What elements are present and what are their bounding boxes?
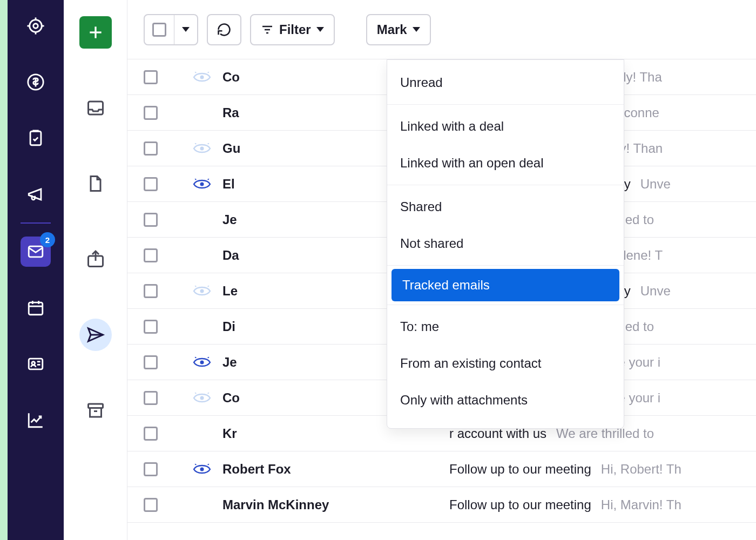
filter-dropdown: UnreadLinked with a dealLinked with an o… — [387, 59, 624, 429]
select-all-dropdown[interactable] — [174, 15, 197, 44]
svg-line-51 — [208, 393, 209, 394]
refresh-icon — [217, 22, 232, 37]
email-preview: Unve — [640, 177, 671, 192]
sender-name: Marvin McKinney — [222, 497, 449, 512]
svg-rect-19 — [88, 102, 103, 114]
filter-option[interactable]: From an existing contact — [387, 345, 624, 382]
svg-line-41 — [195, 286, 196, 287]
nav-tasks[interactable] — [21, 123, 51, 153]
svg-point-14 — [32, 362, 35, 365]
eye-icon — [193, 393, 211, 403]
select-all-group — [144, 14, 198, 45]
svg-line-47 — [208, 357, 209, 358]
svg-line-43 — [208, 286, 209, 287]
svg-rect-7 — [30, 131, 41, 145]
filter-icon — [261, 23, 274, 36]
chevron-down-icon — [413, 27, 420, 32]
row-checkbox[interactable] — [144, 320, 158, 334]
filter-option[interactable]: Linked with an open deal — [387, 145, 624, 181]
chart-icon — [26, 411, 45, 429]
email-subject: Follow up to our meeting — [449, 497, 591, 512]
email-row[interactable]: Marvin McKinneyFollow up to our meetingH… — [127, 487, 756, 523]
row-checkbox[interactable] — [144, 106, 158, 120]
sec-inbox[interactable] — [79, 92, 112, 124]
svg-line-53 — [195, 464, 196, 465]
filter-option[interactable]: Linked with a deal — [387, 108, 624, 145]
nav-target[interactable] — [21, 11, 51, 41]
document-icon — [86, 174, 105, 193]
sec-sent[interactable] — [79, 319, 112, 351]
sec-drafts[interactable] — [79, 167, 112, 200]
sec-outbox[interactable] — [79, 243, 112, 275]
row-checkbox[interactable] — [144, 213, 158, 227]
select-all-checkbox[interactable] — [145, 15, 174, 44]
calendar-icon — [26, 299, 45, 317]
svg-rect-23 — [90, 408, 101, 417]
eye-icon — [193, 179, 211, 190]
email-preview: Unve — [640, 284, 671, 299]
eye-icon — [193, 143, 211, 154]
row-checkbox[interactable] — [144, 177, 158, 191]
svg-point-52 — [200, 467, 204, 471]
filter-option[interactable]: To: me — [387, 308, 624, 345]
nav-campaigns[interactable] — [21, 179, 51, 210]
row-checkbox[interactable] — [144, 427, 158, 441]
nav-mail[interactable]: 2 — [21, 237, 51, 267]
filter-option[interactable]: Tracked emails — [392, 269, 619, 301]
dropdown-separator — [387, 305, 624, 305]
sender-name: Robert Fox — [222, 462, 449, 477]
svg-point-36 — [200, 182, 204, 186]
eye-icon — [193, 72, 211, 83]
secondary-nav — [64, 0, 127, 540]
svg-point-40 — [200, 289, 204, 293]
row-checkbox[interactable] — [144, 70, 158, 84]
row-checkbox[interactable] — [144, 355, 158, 369]
svg-line-37 — [195, 179, 196, 180]
megaphone-icon — [26, 185, 45, 204]
filter-option[interactable]: Shared — [387, 188, 624, 225]
svg-rect-9 — [29, 302, 43, 315]
filter-option[interactable]: Only with attachments — [387, 382, 624, 418]
svg-point-32 — [200, 146, 204, 150]
contacts-icon — [26, 355, 45, 373]
nav-calendar[interactable] — [21, 293, 51, 323]
svg-line-55 — [208, 464, 209, 465]
svg-rect-13 — [29, 359, 43, 369]
eye-icon — [193, 357, 211, 368]
compose-button[interactable] — [79, 16, 112, 49]
chevron-down-icon — [182, 27, 190, 32]
svg-line-29 — [195, 72, 196, 73]
plus-icon — [87, 24, 104, 41]
svg-line-45 — [195, 357, 196, 358]
email-subject: Follow up to our meeting — [449, 462, 591, 477]
svg-line-35 — [208, 143, 209, 144]
filter-option[interactable]: Not shared — [387, 225, 624, 262]
email-row[interactable]: Robert FoxFollow up to our meetingHi, Ro… — [127, 451, 756, 487]
nav-reports[interactable] — [21, 405, 51, 435]
filter-button[interactable]: Filter — [250, 14, 335, 45]
mark-button[interactable]: Mark — [366, 14, 431, 45]
filter-option[interactable]: Unread — [387, 64, 624, 101]
row-checkbox[interactable] — [144, 248, 158, 262]
row-checkbox[interactable] — [144, 462, 158, 476]
dollar-icon — [26, 73, 45, 91]
svg-point-0 — [30, 20, 42, 32]
row-checkbox[interactable] — [144, 391, 158, 405]
outbox-icon — [86, 249, 105, 269]
row-checkbox[interactable] — [144, 141, 158, 156]
row-checkbox[interactable] — [144, 498, 158, 512]
svg-line-31 — [208, 72, 209, 73]
sec-archive[interactable] — [79, 394, 112, 427]
svg-line-33 — [195, 143, 196, 144]
svg-point-1 — [33, 24, 38, 29]
archive-icon — [86, 401, 105, 420]
mark-label: Mark — [377, 22, 407, 37]
svg-point-44 — [200, 360, 204, 364]
email-preview: Hi, Robert! Th — [601, 462, 681, 477]
nav-deals[interactable] — [21, 67, 51, 97]
clipboard-icon — [26, 129, 45, 147]
nav-contacts[interactable] — [21, 349, 51, 379]
dropdown-separator — [387, 104, 624, 105]
refresh-button[interactable] — [207, 14, 241, 45]
row-checkbox[interactable] — [144, 284, 158, 298]
